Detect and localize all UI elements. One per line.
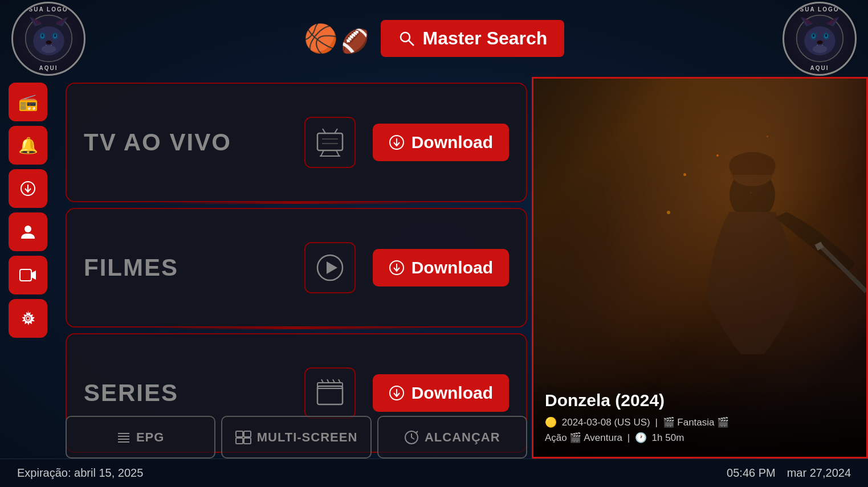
featured-meta: 🟡 2024-03-08 (US US) | 🎬 Fantasia 🎬 Ação… <box>545 415 855 445</box>
alcancar-button[interactable]: ALCANÇAR <box>377 416 527 459</box>
download-icon <box>19 180 36 197</box>
svg-point-14 <box>401 32 410 42</box>
status-time-container: 05:46 PM mar 27,2024 <box>727 466 851 480</box>
header-center: 🏀 🏈 Master Search <box>304 20 565 57</box>
filmes-icon-box <box>304 242 356 293</box>
multi-screen-icon <box>235 431 251 444</box>
svg-line-72 <box>411 437 414 439</box>
bell-icon: 🔔 <box>18 136 38 155</box>
tv-icon <box>315 128 345 157</box>
download-circle-icon-2 <box>389 260 405 276</box>
epg-button[interactable]: EPG <box>66 416 215 459</box>
svg-rect-39 <box>317 133 343 150</box>
logo-text-bottom: AQUI <box>39 65 58 71</box>
filmes-title: FILMES <box>84 254 287 281</box>
video-icon <box>19 266 37 284</box>
logo-left: SUA LOGO AQUI <box>11 2 85 76</box>
svg-point-28 <box>817 40 822 44</box>
current-time: 05:46 PM <box>727 466 776 480</box>
series-download-button[interactable]: Download <box>373 374 509 412</box>
svg-rect-67 <box>244 431 251 437</box>
featured-image: Donzela (2024) 🟡 2024-03-08 (US US) | 🎬 … <box>533 79 866 457</box>
status-bar: Expiração: abril 15, 2025 05:46 PM mar 2… <box>0 459 868 487</box>
featured-info: Donzela (2024) 🟡 2024-03-08 (US US) | 🎬 … <box>533 379 866 457</box>
featured-duration: 1h 50m <box>652 432 684 443</box>
logo-text-top-right: SUA LOGO <box>800 6 840 13</box>
tv-ao-vivo-title: TV AO VIVO <box>84 129 287 156</box>
gear-icon <box>19 309 37 328</box>
svg-point-12 <box>46 40 51 44</box>
epg-label: EPG <box>136 430 164 445</box>
svg-line-41 <box>336 150 339 156</box>
download-circle-icon-3 <box>389 385 405 401</box>
featured-duration-icon: 🕐 <box>635 432 647 443</box>
sidebar: 📻 🔔 <box>0 77 57 459</box>
clapperboard-icon <box>315 378 345 408</box>
sidebar-item-downloads[interactable] <box>9 169 47 208</box>
featured-separator: | <box>655 417 660 428</box>
play-icon <box>316 253 344 282</box>
football-icon: 🏈 <box>341 28 369 55</box>
svg-marker-50 <box>327 261 337 274</box>
menu-card-filmes[interactable]: FILMES Download <box>66 208 527 328</box>
filmes-download-button[interactable]: Download <box>373 249 509 287</box>
featured-genres: 🎬 Fantasia 🎬 <box>663 417 730 428</box>
svg-point-11 <box>54 34 55 37</box>
tv-ao-vivo-download-label: Download <box>411 133 493 152</box>
svg-rect-66 <box>236 431 243 437</box>
sidebar-item-notifications[interactable]: 🔔 <box>9 126 47 165</box>
svg-marker-34 <box>31 271 36 280</box>
sidebar-item-settings[interactable] <box>9 299 47 338</box>
main-content: TV AO VIVO Download <box>57 77 536 459</box>
svg-line-15 <box>409 40 414 46</box>
svg-point-29 <box>812 45 827 53</box>
wolf-icon-left <box>25 14 73 63</box>
download-circle-icon <box>389 134 405 150</box>
bottom-bar: EPG MULTI-SCREEN ALCANÇAR <box>57 416 536 459</box>
series-title: SERIES <box>84 379 287 407</box>
master-search-label: Master Search <box>423 28 548 49</box>
featured-separator2: | <box>627 432 633 443</box>
sports-icons: 🏀 🏈 <box>304 22 369 55</box>
svg-rect-68 <box>236 438 243 444</box>
current-date: mar 27,2024 <box>787 466 851 480</box>
svg-line-40 <box>321 150 324 156</box>
clock-icon <box>404 430 419 445</box>
series-download-label: Download <box>411 383 493 403</box>
logo-text-top: SUA LOGO <box>29 6 68 13</box>
sidebar-item-radio[interactable]: 📻 <box>9 83 47 121</box>
multi-screen-label: MULTI-SCREEN <box>257 430 358 445</box>
tv-icon-box <box>304 117 356 168</box>
list-icon <box>117 431 131 444</box>
svg-rect-33 <box>20 269 31 281</box>
header: SUA LOGO AQUI <box>0 0 868 77</box>
svg-point-13 <box>41 45 56 53</box>
featured-title: Donzela (2024) <box>545 391 855 410</box>
featured-genres2: Ação 🎬 Aventura <box>545 432 622 443</box>
series-icon-box <box>304 367 356 419</box>
alcancar-label: ALCANÇAR <box>425 430 500 445</box>
basketball-icon: 🏀 <box>304 23 338 55</box>
svg-point-35 <box>22 272 24 273</box>
sidebar-item-recordings[interactable] <box>9 256 47 294</box>
expiry-text: Expiração: abril 15, 2025 <box>17 466 143 480</box>
featured-dot: 🟡 <box>545 417 557 428</box>
person-icon <box>19 223 36 240</box>
svg-point-32 <box>25 226 31 232</box>
svg-point-27 <box>825 34 826 37</box>
featured-date: 2024-03-08 (US US) <box>562 417 650 428</box>
logo-right: SUA LOGO AQUI <box>783 2 857 76</box>
logo-text-bottom-right: AQUI <box>810 65 829 71</box>
featured-panel: Donzela (2024) 🟡 2024-03-08 (US US) | 🎬 … <box>532 77 868 459</box>
search-icon <box>398 30 416 48</box>
svg-point-26 <box>812 34 814 37</box>
multi-screen-button[interactable]: MULTI-SCREEN <box>221 416 371 459</box>
tv-ao-vivo-download-button[interactable]: Download <box>373 124 509 161</box>
radio-icon: 📻 <box>18 93 38 112</box>
sidebar-item-profile[interactable] <box>9 212 47 251</box>
svg-rect-69 <box>244 438 251 444</box>
menu-card-tv-ao-vivo[interactable]: TV AO VIVO Download <box>66 83 527 202</box>
svg-point-10 <box>41 34 43 37</box>
wolf-icon-right <box>796 14 844 63</box>
master-search-button[interactable]: Master Search <box>381 20 565 57</box>
